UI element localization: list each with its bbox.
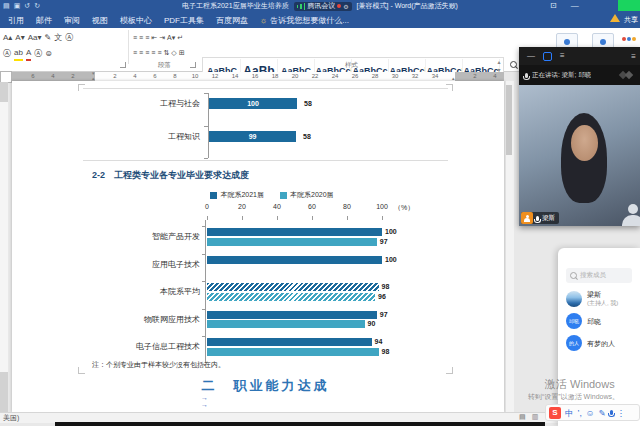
share-sync-icon[interactable] (622, 37, 636, 41)
phonetic-guide-icon[interactable]: 文 (54, 32, 62, 44)
bullets-icon[interactable]: ≡ (133, 32, 137, 44)
bar-right-label: 58 (303, 133, 311, 141)
ribbon-tab-模板中心[interactable]: 模板中心 (114, 15, 158, 26)
ruler-number: 34 (432, 73, 439, 80)
clear-format-icon[interactable]: ✎ (45, 32, 52, 44)
signal-icon (304, 3, 306, 10)
meeting-list-icon[interactable]: ≡ (560, 51, 565, 61)
multilevel-list-icon[interactable]: ≡ (145, 32, 149, 44)
x-tick-label: 80 (343, 203, 351, 210)
emoji-icon[interactable]: ☺ (586, 407, 595, 419)
char-border-icon[interactable]: Ⓐ (65, 32, 73, 44)
grow-font-icon[interactable]: A▴ (3, 32, 12, 44)
axis-tick (202, 309, 205, 310)
share-button[interactable]: 共享 (624, 15, 638, 25)
ruler-number: 16 (252, 73, 259, 80)
avatar: 的人 (566, 335, 582, 351)
activate-windows-hint: 转到“设置”以激活 Windows。 (528, 392, 619, 402)
record-dot-icon (337, 4, 341, 8)
more-tools-icon[interactable]: ⋮ (617, 407, 626, 419)
ruler-number: 2 (113, 73, 116, 80)
member-info: 有梦的人 (587, 339, 615, 348)
dot-blue (627, 37, 631, 41)
skin-pen-icon[interactable]: ✎ (598, 407, 605, 419)
show-marks-icon[interactable]: ↵ (177, 32, 183, 44)
bar-本院系2021届 (207, 283, 379, 291)
shrink-font-icon[interactable]: A▾ (15, 32, 24, 44)
align-right-icon[interactable]: ≡ (145, 47, 149, 59)
punctuation-icon[interactable]: ’, (578, 407, 582, 419)
distribute-icon[interactable]: ≡ (157, 47, 161, 59)
speaking-text: 正在讲话: 梁斯; 邱晓 (532, 71, 591, 80)
meeting-minimize-icon[interactable]: — (527, 51, 535, 61)
member-search-input[interactable]: 搜索成员 (566, 268, 632, 283)
print-layout-icon[interactable]: ▥ (532, 413, 539, 421)
meeting-layout-icon[interactable] (543, 52, 552, 61)
justify-icon[interactable]: ≡ (151, 47, 155, 59)
axis-tick (204, 93, 208, 94)
bar-value: 99 (209, 133, 296, 141)
avatar: 邱晓 (566, 313, 582, 329)
minimize-icon[interactable]: — (571, 1, 579, 10)
read-mode-icon[interactable]: ▤ (519, 413, 526, 421)
decrease-indent-icon[interactable]: ⇤ (151, 32, 157, 44)
section-heading: 2-2 工程类专业各专业毕业要求达成度 (92, 169, 249, 182)
shading-icon[interactable]: ◇ (171, 47, 176, 59)
enclose-char-icon[interactable]: Ⓐ (34, 48, 42, 60)
sort-icon[interactable]: A▾ (167, 32, 175, 44)
chinese-mode-icon[interactable]: 中 (565, 407, 574, 419)
ribbon-display-options-icon[interactable]: ⊡ (550, 1, 557, 10)
line-spacing-icon[interactable]: ⇅ (163, 47, 169, 59)
mic-icon (525, 73, 528, 78)
member-info: 梁斯(主持人, 我) (587, 290, 618, 307)
align-center-icon[interactable]: ≡ (139, 47, 143, 59)
member-row[interactable]: 梁斯(主持人, 我) (566, 290, 638, 307)
legend-label: 本院系2021届 (220, 190, 264, 200)
text-boundary-mark (446, 367, 453, 374)
member-row[interactable]: 邱晓邱晓 (566, 313, 638, 329)
sogou-logo-icon[interactable]: S (549, 407, 561, 419)
paragraph-group-label: 段落 (158, 61, 171, 70)
ruler-number: 30 (392, 73, 399, 80)
numbering-icon[interactable]: ≡ (139, 32, 143, 44)
circle-char-icon[interactable]: ⊜ (45, 48, 52, 60)
legend-swatch (280, 192, 287, 199)
bar-value: 100 (385, 256, 397, 264)
activation-warning-icon[interactable] (610, 14, 620, 22)
ribbon-tab-邮件[interactable]: 邮件 (30, 15, 58, 26)
voice-mic-icon[interactable] (610, 410, 613, 415)
member-row[interactable]: 的人有梦的人 (566, 335, 638, 351)
legend-swatch (210, 192, 217, 199)
ribbon-tab-引用[interactable]: 引用 (2, 15, 30, 26)
align-left-icon[interactable]: ≡ (133, 47, 137, 59)
highlight-icon[interactable]: ab (14, 47, 23, 61)
scrollbar-thumb[interactable] (506, 85, 512, 155)
styles-scroll-up-icon[interactable]: ▴ (497, 59, 500, 65)
bar-value: 98 (382, 283, 390, 291)
vertical-ruler-text-area (0, 102, 8, 372)
host-icon (521, 212, 533, 224)
font-dialog-launcher[interactable] (120, 62, 126, 68)
char-shading-icon[interactable]: Ⓐ (3, 48, 11, 60)
blue-dot-icon (564, 39, 570, 45)
signal-icon (300, 4, 302, 9)
font-group-row1: A▴A▾Aa▾✎文Ⓐ (3, 32, 73, 44)
next-section-heading: 二 职业能力达成 (83, 377, 448, 395)
paragraph-dialog-launcher[interactable] (190, 62, 196, 68)
ribbon-tab-审阅[interactable]: 审阅 (58, 15, 86, 26)
increase-indent-icon[interactable]: ⇥ (159, 32, 165, 44)
meeting-mini-bar[interactable]: 腾讯会议 ⚙ (294, 2, 352, 11)
borders-icon[interactable]: ⊞ (179, 47, 185, 59)
ribbon-tab-PDF工具集[interactable]: PDF工具集 (158, 15, 210, 26)
signal-icon (297, 5, 299, 8)
ribbon-tab-百度网盘[interactable]: 百度网盘 (210, 15, 254, 26)
tell-me-box[interactable]: ☼告诉我您想要做什么... (260, 15, 349, 26)
axis-line (205, 220, 206, 363)
meeting-window-controls: —≡ (519, 47, 640, 65)
gear-icon: ⚙ (343, 3, 348, 10)
ribbon-tab-视图[interactable]: 视图 (86, 15, 114, 26)
change-case-icon[interactable]: Aa▾ (28, 32, 42, 44)
font-color-icon[interactable]: A (26, 47, 31, 61)
category-label: 应用电子技术 (107, 256, 200, 274)
meeting-menu-icon[interactable]: ≡ (631, 52, 636, 62)
